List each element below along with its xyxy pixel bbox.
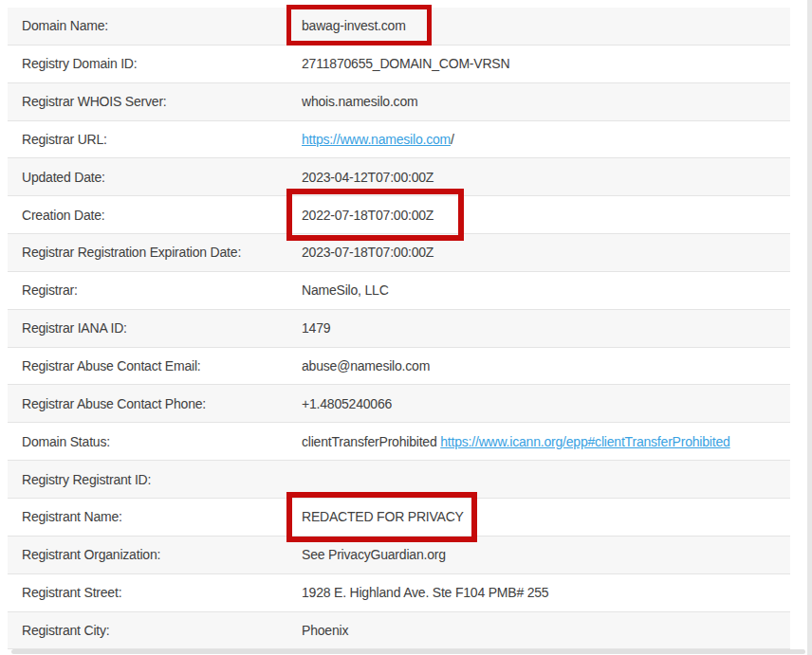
field-label: Registrant Organization: <box>8 547 302 562</box>
value-text: whois.namesilo.com <box>302 94 417 109</box>
field-label: Registrar IANA ID: <box>8 320 302 336</box>
whois-row: Domain Name: bawag-invest.com <box>8 8 790 45</box>
value-text: clientTransferProhibited <box>302 434 440 449</box>
field-value: 2022-07-18T07:00:00Z <box>302 208 790 223</box>
field-label: Updated Date: <box>8 170 302 185</box>
value-text: 1928 E. Highland Ave. Ste F104 PMB# 255 <box>302 585 548 600</box>
value-text: See PrivacyGuardian.org <box>302 547 446 562</box>
whois-row: Registrar Abuse Contact Email: abuse@nam… <box>8 348 790 386</box>
field-value: 1479 <box>302 320 790 336</box>
whois-table: Domain Name: bawag-invest.com Registry D… <box>8 8 790 649</box>
value-text: NameSilo, LLC <box>302 282 389 298</box>
field-label: Registry Domain ID: <box>8 56 302 71</box>
field-value: 1928 E. Highland Ave. Ste F104 PMB# 255 <box>302 585 790 600</box>
field-label: Registrar Abuse Contact Email: <box>8 358 302 373</box>
field-label: Registry Registrant ID: <box>8 472 302 487</box>
field-value: whois.namesilo.com <box>302 94 790 109</box>
field-label: Domain Status: <box>8 434 302 449</box>
whois-record-page: Domain Name: bawag-invest.com Registry D… <box>0 0 812 655</box>
field-value: 2711870655_DOMAIN_COM-VRSN <box>302 56 790 71</box>
value-text: 2711870655_DOMAIN_COM-VRSN <box>302 56 509 71</box>
horizontal-scrollbar[interactable] <box>11 649 805 654</box>
whois-row: Updated Date: 2023-04-12T07:00:00Z <box>8 158 790 196</box>
field-label: Creation Date: <box>8 208 302 223</box>
field-label: Registrar Abuse Contact Phone: <box>8 396 302 411</box>
value-text: 1479 <box>302 320 330 336</box>
value-text: REDACTED FOR PRIVACY <box>302 509 464 524</box>
field-value: +1.4805240066 <box>302 396 790 411</box>
field-label: Registrar: <box>8 282 302 298</box>
field-label: Registrant Street: <box>8 585 302 600</box>
value-text: 2023-07-18T07:00:00Z <box>302 245 434 260</box>
whois-row: Registry Registrant ID: <box>8 461 790 499</box>
value-text: bawag-invest.com <box>302 18 406 33</box>
value-link[interactable]: https://www.namesilo.com <box>302 132 451 147</box>
field-value: REDACTED FOR PRIVACY <box>302 509 790 524</box>
field-label: Registrar Registration Expiration Date: <box>8 245 302 260</box>
value-text: Phoenix <box>302 623 348 638</box>
whois-row: Registrar: NameSilo, LLC <box>8 272 790 310</box>
whois-row: Registrar IANA ID: 1479 <box>8 310 790 348</box>
whois-row: Registrant Name: REDACTED FOR PRIVACY <box>8 499 790 537</box>
value-text: +1.4805240066 <box>302 396 392 411</box>
field-value: Phoenix <box>302 623 790 638</box>
field-label: Registrant City: <box>8 623 302 638</box>
field-label: Domain Name: <box>8 18 302 33</box>
field-value: NameSilo, LLC <box>302 282 790 298</box>
whois-row: Registrar Abuse Contact Phone: +1.480524… <box>8 385 790 423</box>
value-text: abuse@namesilo.com <box>302 358 430 373</box>
field-value: clientTransferProhibited https://www.ica… <box>302 434 790 449</box>
value-text: / <box>451 132 454 147</box>
field-label: Registrar URL: <box>8 132 302 147</box>
value-text: 2022-07-18T07:00:00Z <box>302 208 434 223</box>
field-value: See PrivacyGuardian.org <box>302 547 790 562</box>
whois-row: Registry Domain ID: 2711870655_DOMAIN_CO… <box>8 45 790 83</box>
whois-row: Registrar URL: https://www.namesilo.com/ <box>8 121 790 159</box>
whois-row: Registrant Street: 1928 E. Highland Ave.… <box>8 574 790 612</box>
field-label: Registrar WHOIS Server: <box>8 94 302 109</box>
whois-row: Registrar WHOIS Server: whois.namesilo.c… <box>8 83 790 121</box>
field-value: abuse@namesilo.com <box>302 358 790 373</box>
value-link[interactable]: https://www.icann.org/epp#clientTransfer… <box>440 434 729 449</box>
whois-row: Creation Date: 2022-07-18T07:00:00Z <box>8 196 790 234</box>
field-value: 2023-07-18T07:00:00Z <box>302 245 790 260</box>
field-value: 2023-04-12T07:00:00Z <box>302 170 790 185</box>
field-label: Registrant Name: <box>8 509 302 524</box>
whois-row: Registrant City: Phoenix <box>8 612 790 650</box>
vertical-scrollbar[interactable] <box>807 0 812 655</box>
field-value: https://www.namesilo.com/ <box>302 132 790 147</box>
value-text: 2023-04-12T07:00:00Z <box>302 170 434 185</box>
whois-row: Registrar Registration Expiration Date: … <box>8 234 790 272</box>
field-value: bawag-invest.com <box>302 18 790 33</box>
whois-row: Domain Status: clientTransferProhibited … <box>8 423 790 461</box>
whois-row: Registrant Organization: See PrivacyGuar… <box>8 537 790 574</box>
